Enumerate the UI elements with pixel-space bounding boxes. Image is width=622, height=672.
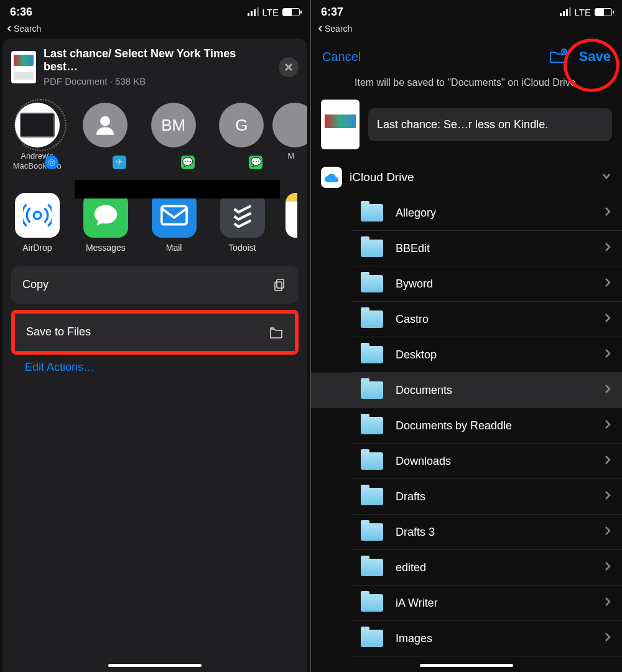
telegram-icon: ✈ (113, 156, 126, 169)
folder-row[interactable]: Allegory (352, 195, 622, 231)
folder-icon (361, 381, 383, 399)
contact-g[interactable]: G 💬 (217, 103, 267, 172)
contact-bm[interactable]: BM 💬 (149, 103, 198, 172)
doc-title: Last chance/ Select New York Times best… (44, 47, 271, 73)
folder-icon (361, 240, 383, 257)
file-name-input[interactable]: Last chance: Se…r less on Kindle. (368, 108, 612, 141)
home-indicator[interactable] (108, 664, 202, 667)
folder-label: BBEdit (396, 242, 430, 255)
folder-label: Images (396, 632, 432, 645)
folder-icon (269, 325, 284, 340)
share-actions: Copy Save to Files Edit Actions… (2, 259, 307, 388)
svg-rect-3 (277, 279, 284, 288)
doc-subtitle: PDF Document · 538 KB (44, 76, 271, 86)
network-label: LTE (262, 7, 279, 17)
messages-icon: 💬 (181, 156, 195, 169)
chevron-right-icon (602, 632, 613, 646)
folder-row[interactable]: Byword (352, 266, 622, 302)
doc-info: Last chance/ Select New York Times best…… (44, 47, 271, 86)
chevron-right-icon (602, 312, 613, 327)
chevron-right-icon (602, 348, 613, 362)
save-to-files-highlight: Save to Files (11, 310, 299, 355)
folder-label: Byword (396, 278, 433, 291)
folder-row[interactable]: Drafts (352, 479, 622, 515)
messages-icon: 💬 (249, 156, 262, 169)
folder-icon (361, 523, 383, 541)
copy-icon (272, 278, 287, 292)
back-to-search[interactable]: Search (311, 24, 622, 39)
svg-point-0 (100, 116, 110, 126)
folder-icon (361, 559, 383, 576)
status-right: LTE (248, 7, 300, 17)
folder-row[interactable]: BBEdit (352, 231, 622, 266)
status-bar: 6:36 LTE (0, 0, 310, 24)
folder-row[interactable]: Images (352, 621, 622, 656)
battery-icon (595, 8, 612, 16)
folder-row[interactable]: Downloads (352, 444, 622, 479)
folder-label: edited (396, 561, 426, 574)
folder-row[interactable]: iA Writer (352, 586, 622, 621)
app-mail[interactable]: Mail (149, 193, 199, 253)
cancel-button[interactable]: Cancel (322, 50, 361, 64)
folder-label: Downloads (396, 455, 451, 468)
sheet-header: Last chance/ Select New York Times best…… (2, 39, 307, 95)
app-airdrop[interactable]: AirDrop (12, 193, 62, 253)
folder-icon (361, 417, 383, 434)
folder-row[interactable]: Documents (311, 373, 622, 408)
chevron-down-icon (601, 170, 612, 185)
folder-label: Desktop (396, 348, 437, 362)
folder-icon (361, 204, 383, 222)
folder-row[interactable]: edited (352, 550, 622, 586)
folder-row[interactable]: Drafts 3 (352, 515, 622, 550)
close-button[interactable] (279, 57, 299, 77)
contact-telegram[interactable]: ✈ (81, 103, 131, 172)
chevron-right-icon (602, 383, 613, 398)
folder-icon (361, 452, 383, 470)
clock: 6:37 (321, 6, 343, 19)
folder-label: iA Writer (396, 597, 438, 610)
network-label: LTE (575, 7, 591, 17)
contact-airdrop-mac[interactable]: ◎ Andrew's MacBook Pro (12, 103, 62, 172)
edit-actions-link[interactable]: Edit Actions… (11, 355, 299, 380)
file-rename-row: Last chance: Se…r less on Kindle. (311, 95, 622, 159)
folder-label: Allegory (396, 207, 436, 220)
icloud-icon (321, 167, 342, 188)
app-notes-partial[interactable] (285, 193, 297, 253)
save-highlight-circle (564, 39, 620, 92)
chevron-right-icon (602, 454, 613, 469)
close-icon (284, 63, 293, 72)
app-todoist[interactable]: Todoist (218, 193, 267, 253)
folder-icon (361, 310, 383, 328)
chevron-right-icon (602, 419, 613, 433)
folder-row[interactable]: Documents by Readdle (352, 408, 622, 444)
location-label: iCloud Drive (350, 170, 414, 184)
signal-icon (248, 7, 259, 16)
battery-icon (282, 8, 300, 16)
chevron-right-icon (602, 277, 613, 291)
app-messages[interactable]: Messages (81, 193, 131, 253)
folder-icon (361, 630, 383, 647)
home-indicator[interactable] (420, 664, 513, 667)
save-to-files-action[interactable]: Save to Files (15, 314, 295, 351)
share-sheet: Last chance/ Select New York Times best…… (2, 39, 307, 672)
contact-partial[interactable]: M (285, 103, 297, 172)
folder-icon (361, 346, 383, 363)
folder-label: Documents (396, 384, 452, 397)
status-bar: 6:37 LTE (311, 0, 622, 24)
copy-action[interactable]: Copy (11, 266, 299, 304)
airdrop-icon: ◎ (45, 156, 58, 169)
folder-row[interactable]: Castro (352, 302, 622, 337)
signal-icon (560, 7, 571, 16)
folder-row[interactable]: Desktop (352, 337, 622, 373)
svg-rect-4 (275, 282, 282, 291)
chevron-right-icon (602, 596, 613, 610)
clock: 6:36 (10, 6, 32, 19)
back-to-search[interactable]: Search (0, 24, 310, 39)
redacted-area (75, 180, 280, 198)
doc-thumbnail (11, 51, 36, 83)
svg-point-1 (34, 212, 41, 219)
folder-icon (361, 275, 383, 292)
status-right: LTE (560, 7, 612, 17)
location-icloud-drive[interactable]: iCloud Drive (311, 159, 622, 195)
folder-label: Castro (396, 313, 429, 326)
